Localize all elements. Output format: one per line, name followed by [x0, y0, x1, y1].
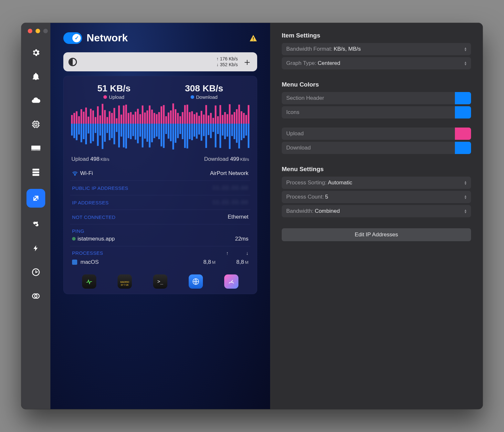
sidebar-item-time[interactable] [29, 265, 43, 279]
svg-rect-99 [172, 124, 174, 149]
app-shortcut[interactable] [82, 274, 96, 289]
public-ip-row[interactable]: PUBLIC IP ADDRESSES 11.22.33.44 [70, 180, 250, 195]
svg-rect-42 [106, 117, 108, 124]
color-upload[interactable]: Upload [282, 128, 471, 140]
edit-ip-addresses-button[interactable]: Edit IP Addresses [282, 228, 471, 241]
metric-download-value: 308 KB/s [185, 83, 223, 94]
color-swatch[interactable] [455, 92, 471, 104]
svg-rect-13 [71, 124, 73, 136]
sidebar-item-weather[interactable] [29, 93, 43, 108]
svg-rect-73 [142, 124, 143, 148]
dot-icon [191, 95, 194, 99]
not-connected-value: Ethernet [228, 214, 248, 220]
upload-total-label: Upload [71, 156, 89, 162]
close-button[interactable] [28, 29, 32, 33]
processes-row[interactable]: PROCESSES ↑↓ macOS 8,8M 8,8M [70, 246, 250, 269]
warning-icon[interactable] [249, 35, 257, 42]
svg-rect-37 [99, 124, 101, 136]
ping-value: 22ms [235, 236, 248, 242]
down-arrow-icon: ↓ [246, 250, 249, 256]
svg-rect-147 [229, 124, 230, 149]
app-shortcut[interactable] [224, 274, 238, 289]
svg-rect-17 [76, 124, 78, 140]
globe-icon [192, 278, 200, 285]
svg-rect-70 [139, 114, 141, 124]
chevron-updown-icon: ▴▾ [465, 61, 467, 66]
bandwidth-select[interactable]: Bandwidth: Combined ▴▾ [282, 205, 471, 217]
color-icons[interactable]: Icons [282, 106, 471, 118]
upload-total-value: 498 [90, 156, 100, 162]
sidebar-item-battery[interactable] [29, 241, 43, 255]
svg-rect-126 [205, 105, 207, 124]
sidebar-item-disks[interactable] [29, 165, 43, 179]
svg-rect-87 [158, 124, 160, 139]
module-toggle[interactable]: ✓ [63, 32, 82, 44]
app-shortcut[interactable]: >_ [153, 274, 167, 289]
interface-row[interactable]: Wi-Fi AirPort Network [70, 166, 250, 180]
not-connected-row[interactable]: NOT CONNECTED Ethernet [70, 210, 250, 224]
svg-rect-103 [177, 124, 179, 138]
menubar-up-rate: ↑ 176 Kb/s [216, 56, 238, 62]
svg-rect-111 [186, 124, 188, 149]
app-shortcut[interactable] [189, 274, 203, 289]
ip-row[interactable]: IP ADDRESSES 11.22.33.44 [70, 195, 250, 210]
menu-settings-title: Menu Settings [282, 166, 471, 173]
usage-circle-icon [68, 58, 77, 66]
color-swatch[interactable] [455, 142, 471, 154]
interface-name: Wi-Fi [80, 170, 93, 176]
svg-rect-94 [168, 112, 169, 124]
svg-rect-127 [205, 124, 207, 148]
process-sorting-select[interactable]: Process Sorting: Automatic ▴▾ [282, 177, 471, 189]
sidebar-item-general[interactable] [29, 46, 43, 60]
svg-rect-10 [253, 37, 254, 39]
svg-rect-30 [92, 110, 94, 124]
svg-rect-82 [153, 113, 155, 124]
dropdown-preview: 51 KB/s Upload 308 KB/s Download Upload … [63, 76, 257, 294]
svg-rect-19 [78, 124, 80, 135]
svg-rect-151 [234, 124, 235, 139]
ping-row[interactable]: PING istatmenus.app 22ms [70, 224, 250, 246]
sidebar-item-combined[interactable] [29, 289, 43, 303]
sidebar-item-cpu[interactable] [29, 117, 43, 131]
up-arrow-icon: ↑ [226, 250, 229, 256]
color-section-header[interactable]: Section Header [282, 92, 471, 104]
svg-rect-100 [175, 109, 176, 124]
bolt-icon [32, 244, 39, 253]
svg-rect-58 [125, 105, 127, 124]
sidebar-item-sensors[interactable] [29, 217, 43, 231]
menubar-down-rate: ↓ 352 Kb/s [216, 62, 238, 68]
color-download[interactable]: Download [282, 142, 471, 154]
sidebar-item-network[interactable] [26, 189, 45, 208]
svg-rect-142 [224, 112, 226, 124]
app-window: ✓ Network ↑ 176 Kb/s ↓ 352 Kb/s ＋ 51 KB/… [21, 23, 483, 409]
svg-rect-15 [73, 124, 75, 138]
svg-rect-152 [236, 109, 237, 124]
svg-rect-67 [135, 124, 136, 140]
module-title: Network [87, 32, 128, 44]
add-widget-button[interactable]: ＋ [242, 57, 252, 67]
svg-rect-20 [80, 109, 82, 124]
color-swatch[interactable] [455, 128, 471, 140]
graph-type-select[interactable]: Graph Type: Centered ▴▾ [282, 57, 471, 69]
svg-rect-22 [83, 112, 84, 124]
menubar-widget[interactable]: ↑ 176 Kb/s ↓ 352 Kb/s ＋ [63, 52, 257, 71]
svg-rect-81 [151, 124, 153, 142]
svg-rect-14 [73, 113, 75, 124]
processes-label: PROCESSES [72, 250, 103, 256]
svg-rect-115 [191, 124, 193, 140]
sidebar-item-notifications[interactable] [29, 69, 43, 84]
process-up-value: 8,8 [204, 259, 211, 265]
chevron-updown-icon: ▴▾ [465, 180, 467, 185]
minimize-button[interactable] [36, 29, 40, 33]
svg-rect-41 [104, 124, 106, 142]
process-count-select[interactable]: Process Count: 5 ▴▾ [282, 191, 471, 203]
download-total-label: Download [204, 156, 229, 162]
color-swatch[interactable] [455, 106, 471, 118]
dot-icon [103, 95, 107, 99]
zoom-button[interactable] [43, 29, 48, 33]
sidebar-item-memory[interactable] [29, 141, 43, 155]
terminal-icon: >_ [157, 279, 163, 284]
svg-rect-143 [224, 124, 226, 139]
bandwidth-format-select[interactable]: Bandwidth Format: KB/s, MB/s ▴▾ [282, 43, 471, 55]
app-shortcut[interactable]: MADRID07 7:26 [118, 274, 132, 289]
